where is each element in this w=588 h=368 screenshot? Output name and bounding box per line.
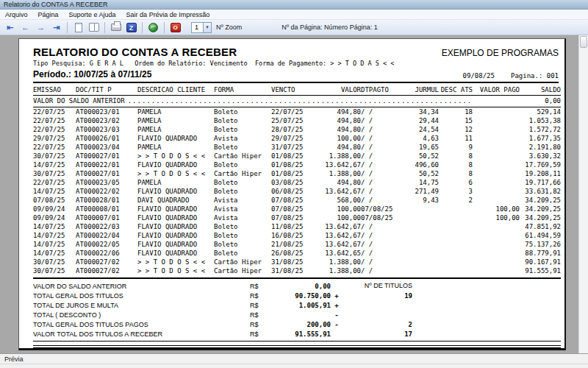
table-row: 14/07/25 AT000022/06 FLAVIO QUADRADO Bol… [33,249,561,258]
cell-forma: Avista [214,205,271,213]
summary-sign [331,330,343,339]
cell-cliente: PAMELA [137,143,214,152]
chevron-down-icon[interactable]: ▼ [203,23,211,32]
cell-cliente: FLAVIO QUADRADO [137,231,214,240]
next-page-icon: → [37,24,45,32]
cell-emissao: 22/07/25 [33,116,76,125]
next-page-button[interactable]: → [34,21,48,34]
cell-saldo: 34.209,25 [520,205,561,213]
cell-dtpagto: / / [361,240,402,249]
print-setup-button[interactable] [146,21,160,34]
cell-doc: AT000022/04 [76,231,137,240]
cell-forma: Cartão Hiper [214,169,271,178]
zoom-button[interactable]: Z [124,21,138,34]
cell-valor-pago [473,116,520,125]
cell-vencto: 22/07/25 [271,107,314,117]
cell-emissao: 30/07/25 [33,169,76,178]
menu-item[interactable]: Página [33,10,64,20]
cell-vencto: 07/08/25 [271,196,314,205]
titles-count-header: Nº DE TITULOS [343,282,412,289]
cell-valor-pago [473,134,520,143]
single-page-icon [75,23,82,32]
zoom-select[interactable]: 1 ▼ [191,22,212,33]
cell-dtpagto: / / [361,266,402,275]
cell-valor-pago [473,266,520,275]
menu-item[interactable]: Suporte e Ajuda [64,10,121,20]
summary-label: TOTAL GERAL DOS TITULOS [33,291,250,301]
cell-forma: Cartão Hiper [214,152,271,160]
summary-count: 2 [343,320,412,330]
cell-ats [439,213,473,222]
cell-dtpagto: / / [361,116,402,125]
cell-valor-pago [473,187,520,196]
cell-vencto: 03/08/25 [271,178,314,187]
cell-emissao: 30/07/25 [33,258,76,266]
first-page-button[interactable]: ⇤ [3,21,17,34]
print-button[interactable] [109,21,123,34]
cell-cliente: > > T O D O S < < [137,169,214,178]
scrollbar-thumb[interactable] [580,36,587,48]
column-header: DTPAGTO [361,85,402,96]
cell-vencto: 31/08/25 [271,266,314,275]
cell-vencto: 07/08/25 [271,205,314,213]
summary-currency: R$ [250,311,279,320]
cell-ats: 8 [439,152,473,160]
summary-sign: - [331,320,343,330]
cell-ats [439,205,473,213]
cell-dtpagto: / / [361,196,402,205]
table-row: 30/07/25 AT000027/01 > > T O D O S < < C… [33,169,561,178]
cell-saldo: 2.191,80 [520,143,561,152]
summary-label: TOTAL DE JUROS E MULTA [33,301,250,311]
cell-doc: AT000027/02 [76,266,137,275]
last-page-button[interactable]: ⇥ [49,21,63,34]
cell-dtpagto: / / [361,178,402,187]
cell-forma: Boleto [214,125,271,134]
menu-item[interactable]: Sair da Prévia de Impressão [121,10,215,20]
cell-valor-pago [473,169,520,178]
cell-doc: AT000023/01 [76,107,137,117]
cell-cliente: FLAVIO QUADRADO [137,160,214,169]
single-page-view-button[interactable] [71,21,85,34]
exit-preview-button[interactable]: O [168,21,182,34]
cell-vencto: 31/07/25 [271,143,314,152]
summary-row: VALOR DO SALDO ANTERIOR R$ 0,00 [33,282,561,291]
cell-vencto: 11/08/25 [271,222,314,231]
previous-page-button[interactable]: ← [18,21,32,34]
cell-valor: 13.642,67 [314,222,361,231]
summary-row: TOTAL ( DESCONTO ) R$ - [33,311,561,320]
cell-saldo: 61.494,59 [520,231,561,240]
exit-icon: O [171,23,181,32]
table-row: 30/07/25 AT000027/02 > > T O D O S < < C… [33,258,561,266]
cell-doc: AT000022/03 [76,222,137,231]
zoom-selector: 1 ▼ Nº Zoom [191,22,242,33]
column-header: DESCRICAO CLIENTE [137,85,214,96]
cell-cliente: FLAVIO QUADRADO [137,240,214,249]
menu-item[interactable]: Arquivo [0,10,33,20]
table-row: 09/09/24 AT000007/01 FLAVIO QUADRADO Avi… [33,213,561,222]
cell-emissao: 30/07/25 [33,152,76,160]
zoom-label: Nº Zoom [216,24,242,31]
cell-emissao: 09/09/24 [33,213,76,222]
cell-doc: AT000022/06 [76,249,137,258]
cell-valor: 1.388,00 [314,258,361,266]
window-titlebar[interactable]: Relatorio do CONTAS A RECEBER [0,0,588,10]
summary-label: TOTAL GERAL DOS TITULOS PAGOS [33,320,250,330]
two-pages-view-button[interactable] [87,21,101,34]
app-window: Relatorio do CONTAS A RECEBER ArquivoPág… [0,0,588,368]
cell-jurmul [402,240,439,249]
cell-vencto: 16/08/25 [271,231,314,240]
cell-vencto: 07/08/25 [271,213,314,222]
cell-jurmul [402,258,439,266]
summary-row: TOTAL DE JUROS E MULTA R$ 1.005,91 + [33,301,561,311]
cell-ats [439,249,473,258]
toolbar-separator [164,22,165,33]
summary-sign [331,282,343,291]
cell-cliente: PAMELA [137,125,214,134]
summary-row: VALOR TOTAL DOS TITULOS A RECEBER R$ 91.… [33,330,561,339]
cell-ats: 15 [439,116,473,125]
vertical-scrollbar[interactable] [578,35,588,353]
cell-jurmul [402,231,439,240]
cell-doc: AT000022/05 [76,240,137,249]
summary-count [343,301,412,311]
summary-value: 1.005,91 [279,301,331,311]
